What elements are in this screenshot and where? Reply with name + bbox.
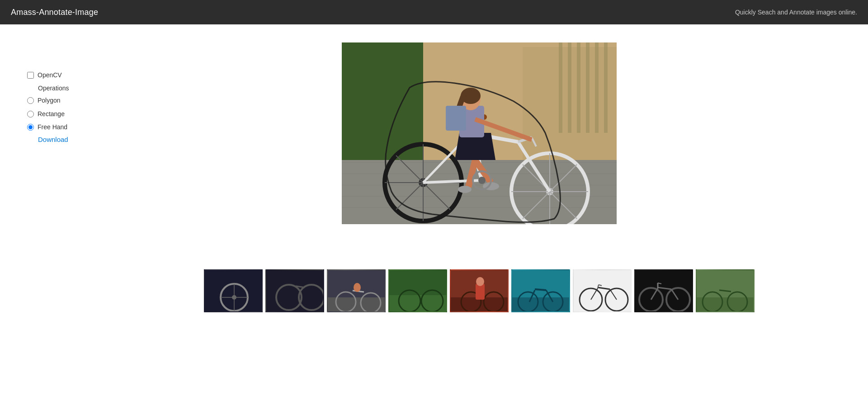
svg-rect-7 <box>595 42 599 133</box>
thumbnail-5[interactable] <box>450 269 509 312</box>
thumbnail-8[interactable] <box>634 269 693 312</box>
svg-rect-14 <box>342 207 617 208</box>
thumbnail-6[interactable] <box>511 269 570 312</box>
polygon-label: Polygon <box>38 95 61 106</box>
freehand-radio[interactable] <box>27 124 34 131</box>
svg-rect-46 <box>446 106 466 131</box>
opencv-label: OpenCV <box>38 70 62 81</box>
svg-rect-5 <box>577 42 580 133</box>
svg-rect-75 <box>512 297 570 312</box>
main-canvas-svg <box>342 42 617 224</box>
opencv-sub-label: Operations <box>27 83 89 94</box>
thumbnail-4[interactable] <box>388 269 447 312</box>
opencv-checkbox[interactable] <box>27 72 34 79</box>
main-content: OpenCV Operations Polygon Rectange Free … <box>0 24 868 409</box>
thumbnail-strip <box>108 269 850 312</box>
svg-rect-98 <box>697 297 755 312</box>
svg-rect-13 <box>342 196 617 197</box>
svg-rect-4 <box>568 42 571 133</box>
svg-line-78 <box>535 289 546 290</box>
download-link[interactable]: Download <box>27 136 89 143</box>
polygon-radio[interactable] <box>27 97 34 104</box>
thumbnail-2[interactable] <box>265 269 324 312</box>
thumbnail-3[interactable] <box>327 269 386 312</box>
svg-rect-72 <box>476 284 485 300</box>
image-area <box>99 42 868 409</box>
svg-point-48 <box>478 177 486 184</box>
app-title: Amass-Annotate-Image <box>11 8 98 17</box>
svg-rect-49 <box>205 270 263 312</box>
thumbnail-7[interactable] <box>573 269 632 312</box>
opencv-checkbox-label[interactable]: OpenCV <box>27 70 89 81</box>
rectange-radio[interactable] <box>27 111 34 118</box>
svg-point-63 <box>354 283 361 292</box>
thumbnail-1[interactable] <box>204 269 263 312</box>
rectange-label: Rectange <box>38 108 65 120</box>
freehand-radio-label[interactable]: Free Hand <box>27 122 89 133</box>
svg-rect-3 <box>559 42 562 133</box>
polygon-radio-label[interactable]: Polygon <box>27 95 89 106</box>
svg-rect-6 <box>586 42 590 133</box>
thumbnail-9[interactable] <box>696 269 755 312</box>
app-header: Amass-Annotate-Image Quickly Seach and A… <box>0 0 868 24</box>
svg-rect-54 <box>266 270 324 312</box>
svg-point-40 <box>458 186 472 193</box>
freehand-label: Free Hand <box>38 122 67 133</box>
svg-point-73 <box>476 277 484 286</box>
svg-rect-8 <box>604 42 608 133</box>
sidebar: OpenCV Operations Polygon Rectange Free … <box>0 42 99 409</box>
app-subtitle: Quickly Seach and Annotate images online… <box>735 9 857 16</box>
main-image[interactable] <box>342 42 617 224</box>
rectange-radio-label[interactable]: Rectange <box>27 108 89 120</box>
